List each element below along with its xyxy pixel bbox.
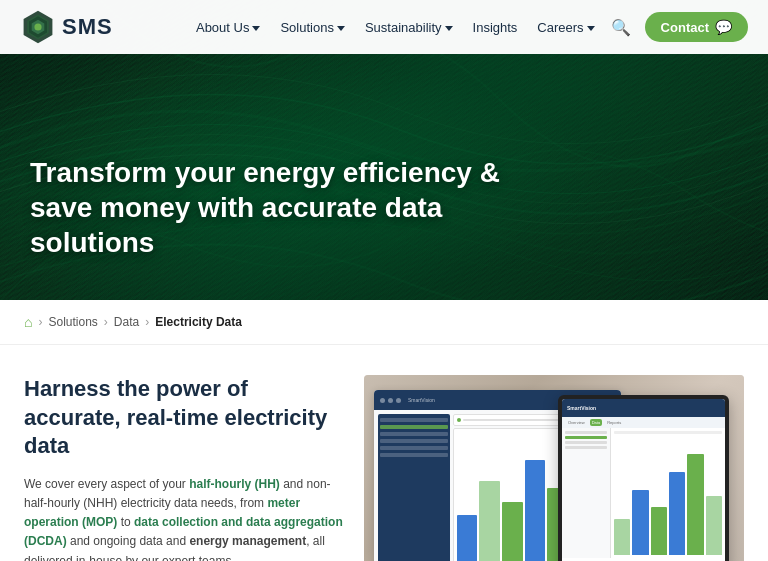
tablet-main	[611, 428, 725, 558]
tablet-sidebar-row-4	[565, 446, 607, 449]
chat-icon: 💬	[715, 19, 732, 35]
tchart-bar-5	[687, 454, 703, 555]
chevron-down-icon	[252, 26, 260, 31]
body-text: We cover every aspect of your half-hourl…	[24, 475, 344, 561]
tablet-mockup: SmartVision Overview Data Reports	[558, 395, 729, 561]
navbar: SMS About Us Solutions Sustainability In…	[0, 0, 768, 54]
sms-logo-icon	[20, 9, 56, 45]
chevron-down-icon	[337, 26, 345, 31]
chart-bar-3	[502, 502, 523, 562]
nav-item-insights[interactable]: Insights	[465, 14, 526, 41]
tablet-screen: SmartVision Overview Data Reports	[562, 399, 725, 561]
sidebar-item-5	[380, 446, 448, 450]
tablet-sidebar-row-3	[565, 441, 607, 444]
logo-text: SMS	[62, 14, 113, 40]
screen-title-text: SmartVision	[408, 397, 435, 403]
chart-bar-4	[525, 460, 546, 561]
tablet-nav-item-1: Overview	[566, 419, 587, 426]
home-icon[interactable]: ⌂	[24, 314, 32, 330]
breadcrumb-separator-3: ›	[145, 315, 149, 329]
nav-item-solutions[interactable]: Solutions	[272, 14, 352, 41]
tchart-bar-1	[614, 519, 630, 555]
svg-point-2	[34, 23, 41, 30]
nav-item-sustainability[interactable]: Sustainability	[357, 14, 461, 41]
highlight-hh: half-hourly (HH)	[189, 477, 280, 491]
breadcrumb: ⌂ › Solutions › Data › Electricity Data	[0, 300, 768, 345]
nav-item-careers[interactable]: Careers	[529, 14, 602, 41]
screen-dot-3	[396, 398, 401, 403]
tablet-nav-item-2: Data	[590, 419, 602, 426]
screen-dot-1	[380, 398, 385, 403]
screen-dot-2	[388, 398, 393, 403]
tablet-nav-item-3: Reports	[605, 419, 623, 426]
tablet-content	[562, 428, 725, 558]
tchart-bar-3	[651, 507, 667, 555]
tablet-sidebar	[562, 428, 611, 558]
section-title: Harness the power of accurate, real-time…	[24, 375, 344, 461]
tablet-info-bar	[614, 431, 722, 434]
tchart-bar-4	[669, 472, 685, 555]
nav-item-about[interactable]: About Us	[188, 14, 268, 41]
tablet-nav: Overview Data Reports	[562, 417, 725, 428]
content-right-image: SmartVision	[364, 375, 744, 561]
breadcrumb-current: Electricity Data	[155, 315, 242, 329]
content-left: Harness the power of accurate, real-time…	[24, 375, 364, 561]
laptop-mockup: SmartVision	[364, 375, 744, 561]
sidebar-item-1	[380, 418, 448, 422]
breadcrumb-separator-1: ›	[38, 315, 42, 329]
search-icon[interactable]: 🔍	[603, 12, 639, 43]
chevron-down-icon	[587, 26, 595, 31]
highlight-energy: energy management	[189, 534, 306, 548]
tchart-bar-6	[706, 496, 722, 556]
tablet-header: SmartVision	[562, 399, 725, 417]
hero-content: Transform your energy efficiency & save …	[30, 155, 568, 260]
sidebar-item-3	[380, 432, 448, 436]
sidebar-item-2	[380, 425, 448, 429]
breadcrumb-separator-2: ›	[104, 315, 108, 329]
breadcrumb-link-solutions[interactable]: Solutions	[48, 315, 97, 329]
nav-menu: About Us Solutions Sustainability Insigh…	[188, 14, 603, 41]
tablet-sidebar-row-1	[565, 431, 607, 434]
sidebar-item-6	[380, 453, 448, 457]
chart-bar-2	[479, 481, 500, 561]
tablet-app-name: SmartVision	[567, 405, 596, 411]
logo[interactable]: SMS	[20, 9, 113, 45]
tablet-chart	[614, 436, 722, 555]
main-content: Harness the power of accurate, real-time…	[0, 345, 768, 561]
breadcrumb-link-data[interactable]: Data	[114, 315, 139, 329]
contact-button[interactable]: Contact 💬	[645, 12, 748, 42]
hero-title: Transform your energy efficiency & save …	[30, 155, 568, 260]
topbar-dot	[457, 418, 461, 422]
sidebar-item-4	[380, 439, 448, 443]
tablet-sidebar-row-2	[565, 436, 607, 439]
chevron-down-icon	[445, 26, 453, 31]
chart-bar-1	[457, 515, 478, 561]
screen-sidebar	[378, 414, 450, 561]
tchart-bar-2	[632, 490, 648, 555]
